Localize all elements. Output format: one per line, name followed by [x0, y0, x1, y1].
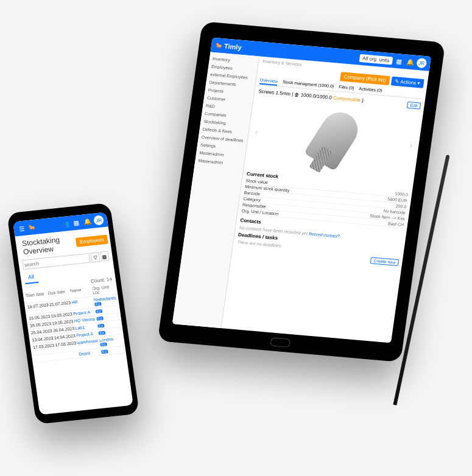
avatar[interactable]: JR	[416, 58, 427, 68]
tab-all[interactable]: All	[24, 271, 39, 284]
record-contact-link[interactable]: Record contact?	[308, 231, 340, 238]
phone-device: ☰ 👥 ▦ 🔔 JR Stocktaking Overview Employee…	[7, 203, 139, 424]
item-image: ‹ ›	[248, 95, 420, 181]
bell-icon[interactable]: 🔔	[82, 217, 92, 226]
bell-icon[interactable]: 🔔	[405, 58, 415, 67]
next-icon[interactable]: ›	[409, 140, 414, 150]
org-selector[interactable]: All org. units	[359, 54, 393, 65]
phone-screen: ☰ 👥 ▦ 🔔 JR Stocktaking Overview Employee…	[13, 212, 133, 415]
home-button[interactable]	[270, 337, 291, 348]
tablet-screen: Timly All org. units ▦ 🔔 JR InventoryEmp…	[172, 38, 431, 343]
menu-icon[interactable]: ☰	[17, 223, 27, 233]
screw-image	[303, 106, 364, 171]
actions-button[interactable]: ✎ Actions ▾	[390, 77, 424, 89]
tab[interactable]: Activities (0)	[358, 85, 382, 95]
tab[interactable]: Overview	[259, 77, 278, 86]
logo: Timly	[214, 41, 242, 51]
company-button[interactable]: Company (Pick list)	[340, 72, 390, 85]
prev-icon[interactable]: ‹	[255, 127, 259, 136]
tab[interactable]: Files (0)	[338, 83, 354, 93]
logo	[28, 223, 36, 231]
qr-icon[interactable]: ▦	[71, 218, 81, 227]
employees-button[interactable]: Employees	[76, 234, 108, 247]
tab[interactable]: Stock managment (1000.0)	[282, 79, 334, 91]
avatar[interactable]: JR	[93, 215, 104, 226]
people-icon[interactable]: 👥	[60, 219, 70, 228]
tablet-device: Timly All org. units ▦ 🔔 JR InventoryEmp…	[158, 21, 446, 362]
filter-icon[interactable]: ▽	[90, 252, 100, 262]
qr-icon[interactable]: ▦	[394, 57, 404, 66]
grid-icon[interactable]: ▦	[100, 251, 110, 262]
